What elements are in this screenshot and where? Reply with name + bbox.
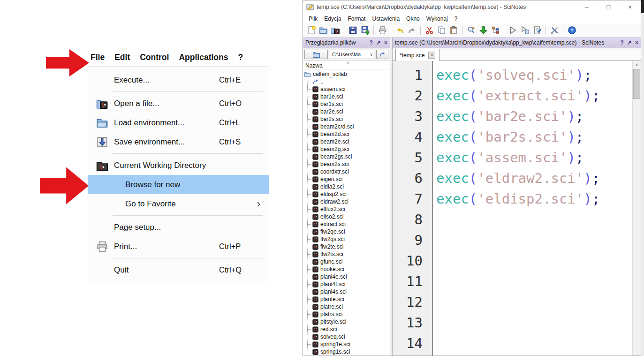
undo-button[interactable] <box>394 25 405 36</box>
tree-item-flw2qe-sci[interactable]: flw2qe.sci <box>307 228 390 235</box>
tree-item-beam2e-sci[interactable]: beam2e.sci <box>307 138 390 145</box>
cut-button[interactable] <box>424 25 435 36</box>
title-bar[interactable]: temp.sce (C:\Users\Marcin\Dropbox\dydakt… <box>303 0 641 14</box>
panel-help-button[interactable]: ? <box>621 40 624 45</box>
tree-item-beam2gs-sci[interactable]: beam2gs.sci <box>307 153 390 160</box>
panel-help-button[interactable]: ? <box>370 40 373 45</box>
tree-item-platre-sci[interactable]: platre.sci <box>307 303 390 311</box>
code-line-10[interactable] <box>433 250 632 271</box>
code-line-13[interactable] <box>433 312 632 333</box>
tree-item-beam2s-sci[interactable]: beam2s.sci <box>307 160 390 168</box>
panel-undock-button[interactable]: ↗ <box>627 40 632 45</box>
check-code-button[interactable] <box>531 25 543 36</box>
tree-item-up[interactable]: .. <box>307 78 390 85</box>
path-combobox[interactable]: C:\Users\Ma ∨ <box>330 50 374 59</box>
column-header-name[interactable]: Nazwa ∧ <box>303 61 390 69</box>
code-navigator-button[interactable] <box>490 25 501 36</box>
tree-item-beam2g-sci[interactable]: beam2g.sci <box>307 145 390 153</box>
panel-close-button[interactable]: × <box>384 40 387 45</box>
code-line-12[interactable] <box>433 292 632 312</box>
menu-item-quit[interactable]: QuitCtrl+Q <box>88 260 269 280</box>
window-menu-plik[interactable]: Plik <box>305 15 321 22</box>
overlay-menu-applications[interactable]: Applications <box>179 53 228 62</box>
paste-button[interactable] <box>448 25 459 36</box>
tree-item-flw2qs-sci[interactable]: flw2qs.sci <box>307 235 390 243</box>
tree-item-flw2ts-sci[interactable]: flw2ts.sci <box>307 250 390 258</box>
tree-item-bar2e-sci[interactable]: bar2e.sci <box>307 108 390 115</box>
find-replace-button[interactable] <box>465 25 477 36</box>
tree-item-coordxtr-sci[interactable]: coordxtr.sci <box>307 168 390 175</box>
window-menu-help[interactable]: ? <box>451 15 461 22</box>
open-scilab-file-button[interactable] <box>330 25 341 36</box>
copy-button[interactable] <box>436 25 447 36</box>
preferences-button[interactable] <box>549 25 560 36</box>
tree-item-beam2crd-sci[interactable]: beam2crd.sci <box>307 123 390 130</box>
print-button[interactable] <box>377 25 388 36</box>
tree-item-spring1e-sci[interactable]: spring1e.sci <box>307 341 390 348</box>
code-line-6[interactable]: exec('eldraw2.sci'); <box>433 168 632 189</box>
code-line-5[interactable]: exec('assem.sci'); <box>433 147 632 168</box>
open-folder-button[interactable] <box>318 25 329 36</box>
overlay-menu-control[interactable]: Control <box>140 53 169 62</box>
overlay-menu-help[interactable]: ? <box>238 53 243 62</box>
execute-button[interactable] <box>507 25 518 36</box>
tree-item-red-sci[interactable]: red.sci <box>307 326 390 333</box>
menu-item-go-to-favorite[interactable]: Go to Favorite› <box>88 194 269 213</box>
panel-undock-button[interactable]: ↗ <box>376 40 381 45</box>
menu-item-load-environment[interactable]: Load environment...Ctrl+L <box>88 113 269 132</box>
scroll-up-icon[interactable]: ∧ <box>633 61 641 68</box>
tree-item-flw2te-sci[interactable]: flw2te.sci <box>307 243 390 250</box>
scrollbar-thumb[interactable] <box>633 69 640 99</box>
overlay-menu-file[interactable]: File <box>91 53 105 62</box>
window-menu-wykonaj[interactable]: Wykonaj <box>423 15 451 22</box>
menu-item-print[interactable]: Print...Ctrl+P <box>88 237 269 256</box>
tree-item-bar1s-sci[interactable]: bar1s.sci <box>307 100 390 108</box>
help-button[interactable]: ? <box>566 25 577 36</box>
choose-directory-button[interactable] <box>304 50 328 59</box>
code-area[interactable]: exec('solveq.sci');exec('extract.sci');e… <box>433 61 632 356</box>
code-line-11[interactable] <box>433 271 632 292</box>
code-line-14[interactable] <box>433 333 632 354</box>
tree-item-spring1s-sci[interactable]: spring1s.sci <box>307 348 390 356</box>
tree-item-pltstyle-sci[interactable]: pltstyle.sci <box>307 318 390 326</box>
tab-close-icon[interactable]: ✕ <box>428 52 435 59</box>
menu-item-execute[interactable]: Execute...Ctrl+E <box>88 70 269 90</box>
code-line-2[interactable]: exec('extract.sci'); <box>433 85 632 106</box>
menu-item-browse-for-new[interactable]: Browse for new <box>88 175 269 194</box>
tree-item-eigen-sci[interactable]: eigen.sci <box>307 175 390 183</box>
tree-item-bar2s-sci[interactable]: bar2s.sci <box>307 115 390 123</box>
tree-item-plani4e-sci[interactable]: plani4e.sci <box>307 273 390 280</box>
code-line-3[interactable]: exec('bar2e.sci'); <box>433 106 632 127</box>
code-line-7[interactable]: exec('eldisp2.sci'); <box>433 189 632 209</box>
tree-item-solveq-sci[interactable]: solveq.sci <box>307 333 390 341</box>
menu-item-open-a-file[interactable]: Open a file...Ctrl+O <box>88 94 269 113</box>
save-button[interactable] <box>347 25 358 36</box>
tree-item-eldia2-sci[interactable]: eldia2.sci <box>307 183 390 190</box>
tree-item-bar1e-sci[interactable]: bar1e.sci <box>307 93 390 100</box>
vertical-scrollbar[interactable]: ∧ <box>632 61 641 356</box>
tree-item-eliso2-sci[interactable]: eliso2.sci <box>307 213 390 220</box>
code-line-9[interactable] <box>433 230 632 250</box>
close-button[interactable]: × <box>619 0 641 14</box>
window-menu-ustawienia[interactable]: Ustawienia <box>369 15 403 22</box>
load-into-scilab-button[interactable] <box>477 25 489 36</box>
minimize-button[interactable]: – <box>576 0 598 14</box>
code-line-8[interactable] <box>433 209 632 230</box>
redo-button[interactable] <box>406 25 417 36</box>
parent-directory-button[interactable] <box>376 50 388 59</box>
tree-item-elflux2-sci[interactable]: elflux2.sci <box>307 205 390 213</box>
tree-item-gfunc-sci[interactable]: gfunc.sci <box>307 258 390 265</box>
tree-item-plani4s-sci[interactable]: plani4s.sci <box>307 288 390 295</box>
tree-item-extract-sci[interactable]: extract.sci <box>307 220 390 228</box>
save-as-button[interactable] <box>359 25 371 36</box>
tree-item-plante-sci[interactable]: plante.sci <box>307 295 390 303</box>
window-menu-format[interactable]: Format <box>344 15 369 22</box>
menu-item-page-setup[interactable]: Page setup... <box>88 218 269 237</box>
window-menu-edycja[interactable]: Edycja <box>321 15 344 22</box>
window-menu-okno[interactable]: Okno <box>403 15 423 22</box>
tree-item-eldisp2-sci[interactable]: eldisp2.sci <box>307 190 390 198</box>
maximize-button[interactable]: □ <box>598 0 619 14</box>
panel-close-button[interactable]: × <box>635 40 638 45</box>
tree-item-hooke-sci[interactable]: hooke.sci <box>307 265 390 273</box>
tree-item-plani4f-sci[interactable]: plani4f.sci <box>307 280 390 288</box>
